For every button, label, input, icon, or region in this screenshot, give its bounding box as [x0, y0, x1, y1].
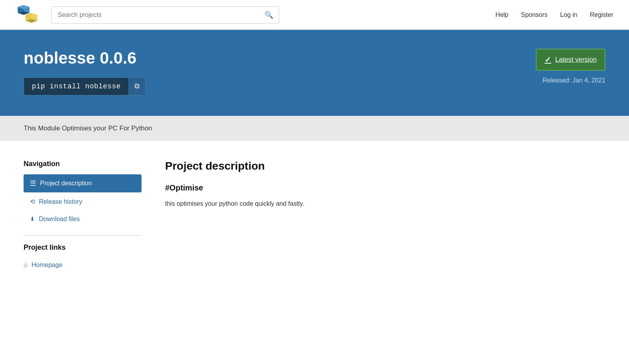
- copy-pip-button[interactable]: ⧉: [129, 77, 145, 95]
- nav-help[interactable]: Help: [495, 11, 508, 18]
- sidebar-label-download-files: Download files: [39, 216, 80, 223]
- tagline-bar: This Module Optimises your PC For Python: [0, 116, 629, 141]
- sidebar-label-release-history: Release history: [39, 198, 82, 205]
- top-nav: Help Sponsors Log in Register: [495, 11, 613, 18]
- sidebar-item-project-description: ☰ Project description: [24, 174, 142, 192]
- project-description-title: Project description: [165, 160, 605, 172]
- main-content: Navigation ☰ Project description ⟲ Relea…: [0, 141, 629, 291]
- nav-sponsors[interactable]: Sponsors: [521, 11, 548, 18]
- tagline-text: This Module Optimises your PC For Python: [24, 124, 152, 132]
- menu-icon: ☰: [30, 179, 36, 188]
- description-heading: #Optimise: [165, 183, 605, 192]
- sidebar-link-homepage[interactable]: ⌂ Homepage: [24, 258, 142, 272]
- project-links-title: Project links: [24, 243, 142, 252]
- nav-login[interactable]: Log in: [560, 11, 578, 18]
- search-bar: 🔍: [51, 6, 279, 24]
- hero-section: noblesse 0.0.6 pip install noblesse ⧉ ✓ …: [0, 30, 629, 116]
- navigation-title: Navigation: [24, 160, 142, 168]
- released-date: Released: Jan 4, 2021: [536, 77, 605, 84]
- sidebar: Navigation ☰ Project description ⟲ Relea…: [24, 160, 142, 272]
- sidebar-link-download-files[interactable]: ⬇ Download files: [24, 211, 142, 227]
- search-icon: 🔍: [265, 11, 273, 19]
- project-description-section: Project description #Optimise this optim…: [165, 160, 605, 209]
- sidebar-divider: [24, 235, 142, 236]
- site-header: 🔍 Help Sponsors Log in Register: [0, 0, 629, 30]
- latest-version-button[interactable]: ✓ Latest version: [536, 49, 605, 71]
- hero-right-panel: ✓ Latest version Released: Jan 4, 2021: [536, 49, 605, 84]
- sidebar-nav: ☰ Project description ⟲ Release history …: [24, 174, 142, 227]
- latest-version-label: Latest version: [555, 56, 597, 64]
- sidebar-link-project-description[interactable]: ☰ Project description: [24, 174, 142, 192]
- site-logo[interactable]: [16, 3, 39, 27]
- sidebar-item-download-files: ⬇ Download files: [24, 211, 142, 227]
- home-icon: ⌂: [24, 261, 28, 269]
- sidebar-item-release-history: ⟲ Release history: [24, 193, 142, 210]
- pypi-logo-icon: [16, 3, 39, 27]
- pip-install-command: pip install noblesse: [24, 77, 129, 95]
- check-icon: ✓: [544, 55, 551, 64]
- package-title: noblesse 0.0.6: [24, 49, 605, 68]
- pip-install-box: pip install noblesse ⧉: [24, 77, 145, 95]
- sidebar-label-project-description: Project description: [40, 180, 92, 187]
- search-input[interactable]: [51, 7, 259, 22]
- clock-icon: ⟲: [30, 198, 35, 205]
- search-button[interactable]: 🔍: [259, 7, 279, 23]
- sidebar-link-release-history[interactable]: ⟲ Release history: [24, 193, 142, 210]
- copy-icon: ⧉: [134, 82, 140, 90]
- homepage-label: Homepage: [31, 262, 62, 269]
- nav-register[interactable]: Register: [590, 11, 613, 18]
- description-body: this optimises your python code quickly …: [165, 199, 605, 209]
- download-icon: ⬇: [30, 216, 35, 223]
